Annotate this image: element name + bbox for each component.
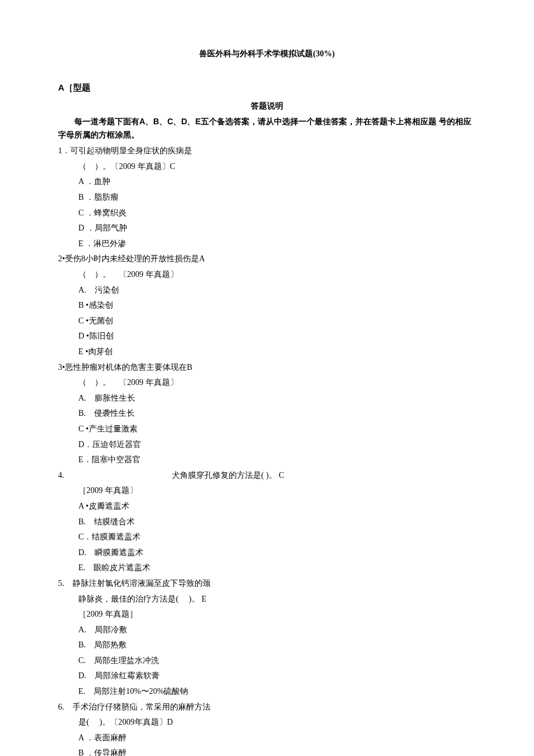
- option-c: C •产生过量激素: [58, 422, 476, 437]
- question-5: 5. 静脉注射氯化钙溶液漏至皮下导致的颈 静脉炎，最佳的治疗方法是( )。 E …: [58, 576, 476, 700]
- question-stem: 5. 静脉注射氯化钙溶液漏至皮下导致的颈: [58, 576, 476, 592]
- option-d: D ．局部气肿: [58, 221, 476, 236]
- option-c: C ．蜂窝织炎: [58, 206, 476, 221]
- question-3: 3•恶性肿瘤对机体的危害主要体现在B （ ）。 〔2009 年真题〕 A. 膨胀…: [58, 360, 476, 468]
- question-stem: 2•受伤8小时内未经处理的开放性损伤是A: [58, 251, 476, 267]
- option-d: D. 局部涂红霉素软膏: [58, 668, 476, 684]
- question-1: 1．可引起动物明显全身症状的疾病是 （ ）。〔2009 年真题〕C A ．血肿 …: [58, 143, 476, 251]
- question-source: ［2009 年真题］: [58, 607, 476, 622]
- option-c: C •无菌创: [58, 314, 476, 329]
- option-e: E •肉芽创: [58, 344, 476, 360]
- question-blank: （ ）。 〔2009 年真题〕: [58, 267, 476, 283]
- option-e: E. 眼睑皮片遮盖术: [58, 560, 476, 576]
- option-b: B. 侵袭性生长: [58, 406, 476, 422]
- question-source: ［2009 年真题〕: [58, 483, 476, 499]
- question-sub: 静脉炎，最佳的治疗方法是( )。 E: [58, 592, 476, 607]
- option-d: D. 瞬膜瓣遮盖术: [58, 545, 476, 561]
- option-a: A ．表面麻醉: [58, 730, 476, 746]
- option-b: B. 结膜缝合术: [58, 514, 476, 530]
- question-stem: 3•恶性肿瘤对机体的危害主要体现在B: [58, 360, 476, 376]
- option-a: A. 膨胀性生长: [58, 391, 476, 406]
- option-a: A. 污染创: [58, 283, 476, 298]
- option-b: B ．脂肪瘤: [58, 190, 476, 206]
- option-e: E ．淋巴外渗: [58, 236, 476, 252]
- question-stem-row: 4. 犬角膜穿孔修复的方法是( )。 C: [58, 468, 476, 484]
- question-4: 4. 犬角膜穿孔修复的方法是( )。 C ［2009 年真题〕 A •皮瓣遮盖术…: [58, 468, 476, 576]
- option-d: D．压迫邻近器官: [58, 437, 476, 453]
- question-stem: 1．可引起动物明显全身症状的疾病是: [58, 143, 476, 159]
- option-b: B. 局部热敷: [58, 638, 476, 653]
- question-2: 2•受伤8小时内未经处理的开放性损伤是A （ ）。 〔2009 年真题〕 A. …: [58, 251, 476, 359]
- question-stem: 6. 手术治疗仔猪脐疝，常采用的麻醉方法: [58, 700, 476, 715]
- question-stem: 犬角膜穿孔修复的方法是( )。 C: [172, 468, 284, 484]
- option-c: C．结膜瓣遮盖术: [58, 530, 476, 545]
- instructions-header: 答题说明: [58, 98, 476, 114]
- option-d: D •陈旧创: [58, 329, 476, 344]
- question-blank: （ ）。〔2009 年真题〕C: [58, 159, 476, 175]
- question-6: 6. 手术治疗仔猪脐疝，常采用的麻醉方法 是( )。〔2009年真题〕D A ．…: [58, 700, 476, 756]
- option-b: B •感染创: [58, 298, 476, 314]
- option-c: C. 局部生理盐水冲洗: [58, 653, 476, 669]
- section-header: A［型题: [58, 80, 476, 96]
- option-a: A ．血肿: [58, 174, 476, 190]
- option-a: A. 局部冷敷: [58, 622, 476, 638]
- instructions: 每一道考题下面有A、B、C、D、E五个备选答案，请从中选择一个最佳答案，并在答题…: [58, 115, 476, 143]
- option-e: E. 局部注射10%〜20%硫酸钠: [58, 684, 476, 700]
- question-number: 4.: [58, 468, 172, 484]
- question-sub: 是( )。〔2009年真题〕D: [58, 715, 476, 730]
- question-blank: （ ）。 〔2009 年真题〕: [58, 375, 476, 391]
- option-a: A •皮瓣遮盖术: [58, 499, 476, 514]
- option-b: B ．传导麻醉: [58, 746, 476, 756]
- page-title: 兽医外科与外科手术学模拟试题(30%): [58, 46, 476, 62]
- option-e: E．阻塞中空器官: [58, 452, 476, 468]
